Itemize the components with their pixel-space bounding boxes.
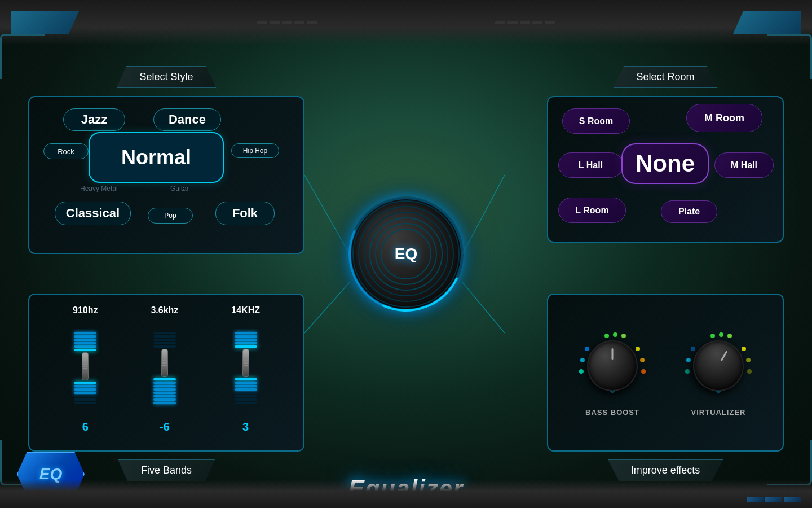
band-tick (74, 398, 96, 401)
top-bar-decoration (495, 21, 505, 24)
room-panel-title: Select Room (636, 71, 694, 82)
style-btn-folk[interactable]: Folk (215, 202, 275, 225)
style-btn-jazz[interactable]: Jazz (63, 108, 125, 131)
top-bar-decoration (282, 21, 292, 24)
room-btn-l-hall[interactable]: L Hall (558, 152, 623, 178)
svg-point-19 (747, 369, 752, 374)
top-bar-decoration (294, 21, 304, 24)
band-tick (74, 395, 96, 397)
room-btn-s-room[interactable]: S Room (562, 108, 630, 134)
svg-point-20 (685, 369, 690, 374)
band-tick (153, 398, 176, 401)
room-btn-l-room[interactable]: L Room (558, 198, 626, 223)
style-btn-classical[interactable]: Classical (55, 202, 131, 225)
svg-point-8 (640, 358, 645, 362)
svg-point-14 (710, 334, 715, 338)
room-btn-none[interactable]: None (621, 143, 709, 184)
bottom-right-deco (747, 497, 801, 502)
band-910hz-label: 910hz (73, 305, 98, 316)
svg-point-10 (579, 369, 584, 374)
bands-panel-title: Five Bands (141, 465, 192, 476)
band-3-6khz-handle[interactable] (161, 349, 168, 377)
band-3-6khz-value: -6 (160, 421, 170, 433)
style-btn-guitar[interactable]: Guitar (170, 185, 189, 192)
svg-point-11 (580, 358, 585, 362)
band-tick (235, 332, 257, 334)
band-tick (153, 388, 176, 391)
room-btn-m-hall[interactable]: M Hall (714, 152, 774, 178)
svg-point-6 (621, 334, 626, 338)
room-btn-plate[interactable]: Plate (661, 200, 717, 223)
band-tick (74, 349, 96, 351)
style-btn-dance[interactable]: Dance (153, 108, 221, 131)
band-tick (235, 385, 257, 387)
band-tick (235, 342, 257, 344)
corner-decoration-tr (767, 34, 812, 79)
style-panel-tab: Select Style (116, 66, 216, 88)
eq-center[interactable]: EQ (350, 198, 462, 310)
band-14khz-handle[interactable] (242, 349, 249, 377)
room-panel-tab: Select Room (613, 66, 717, 88)
band-tick (235, 395, 257, 397)
band-910hz-handle[interactable] (82, 352, 89, 380)
top-bar-decoration (508, 21, 518, 24)
style-panel: Select Style Jazz Dance Rock Normal Hip … (28, 96, 304, 254)
corner-decoration-tl (0, 34, 45, 79)
style-btn-pop[interactable]: Pop (148, 208, 193, 224)
eq-center-label: EQ (395, 245, 417, 263)
room-panel: Select Room S Room M Room L Hall None M … (547, 96, 784, 243)
bass-boost-ring (576, 329, 649, 402)
band-910hz: 910hz 6 (73, 305, 98, 433)
band-14khz: 14KHZ 3 (231, 305, 260, 433)
room-btn-m-room[interactable]: M Room (686, 104, 762, 132)
svg-point-16 (727, 334, 732, 338)
bass-boost-label: BASS BOOST (585, 408, 639, 417)
band-tick (153, 345, 176, 348)
style-btn-rock[interactable]: Rock (43, 143, 89, 159)
top-corner-left (11, 11, 79, 34)
style-btn-hip-hop[interactable]: Hip Hop (231, 143, 279, 158)
svg-point-9 (641, 369, 646, 374)
svg-point-15 (719, 332, 723, 337)
top-bar (0, 0, 812, 45)
band-tick (153, 335, 176, 338)
deco-stripe-1 (747, 497, 764, 502)
bands-panel: Five Bands 910hz 6 (28, 294, 304, 452)
effects-panel-title: Improve effects (631, 465, 700, 476)
svg-point-17 (742, 347, 746, 351)
top-bar-decoration (545, 21, 555, 24)
deco-stripe-2 (765, 497, 782, 502)
svg-point-18 (746, 358, 751, 362)
band-tick (74, 342, 96, 344)
band-tick (235, 402, 257, 404)
room-grid: S Room M Room L Hall None M Hall L Room … (548, 97, 783, 242)
band-tick (153, 378, 176, 380)
band-tick (74, 332, 96, 334)
band-tick (235, 339, 257, 341)
eq-outer-ring: EQ (350, 198, 462, 310)
top-bar-decoration (307, 21, 317, 24)
effects-panel-tab: Improve effects (608, 459, 723, 481)
style-btn-normal[interactable]: Normal (89, 132, 224, 183)
effects-panel: Improve effects (547, 294, 784, 452)
band-14khz-value: 3 (242, 421, 249, 433)
knobs-container: BASS BOOST (548, 295, 783, 450)
band-tick (235, 378, 257, 380)
bass-boost-knob[interactable] (587, 340, 638, 391)
band-tick (235, 392, 257, 394)
style-btn-heavy-metal[interactable]: Heavy Metal (80, 185, 118, 192)
virtualizer-ring (682, 329, 755, 402)
style-panel-title: Select Style (139, 71, 193, 82)
band-3-6khz-slider[interactable] (153, 323, 176, 413)
band-tick (74, 402, 96, 404)
band-tick (235, 335, 257, 338)
band-910hz-slider[interactable] (74, 323, 96, 413)
deco-stripe-3 (784, 497, 801, 502)
svg-point-4 (604, 334, 609, 338)
band-tick (74, 388, 96, 391)
top-bar-decoration (520, 21, 530, 24)
top-bar-decoration (257, 21, 267, 24)
svg-point-7 (636, 347, 640, 351)
bass-boost-group: BASS BOOST (576, 329, 649, 417)
band-14khz-slider[interactable] (235, 323, 257, 413)
